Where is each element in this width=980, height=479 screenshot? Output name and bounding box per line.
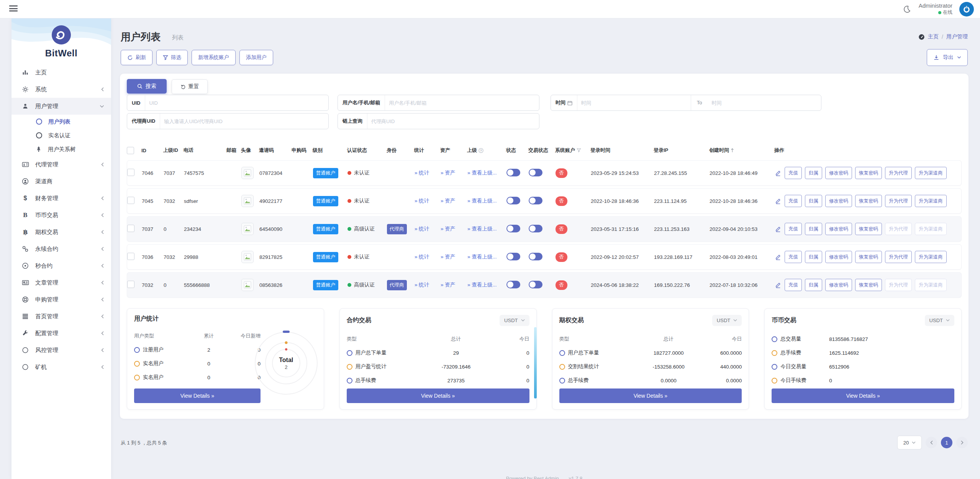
username-input[interactable] (385, 100, 539, 106)
search-button[interactable]: 搜索 (127, 79, 167, 94)
trade-status-toggle[interactable] (529, 197, 542, 204)
assets-link[interactable]: » 资产 (441, 170, 467, 176)
uid-input[interactable] (145, 100, 328, 106)
row-checkbox[interactable] (127, 197, 134, 204)
edit-icon[interactable] (775, 198, 782, 204)
refresh-button[interactable]: 刷新 (121, 50, 152, 65)
action-button-0[interactable]: 充值 (785, 279, 802, 291)
status-toggle[interactable] (506, 225, 520, 232)
agent-uid-input[interactable] (160, 119, 328, 124)
current-page-button[interactable]: 1 (941, 437, 952, 448)
status-toggle[interactable] (506, 281, 520, 288)
chain-query-input[interactable] (367, 119, 539, 124)
add-user-button[interactable]: 添加用户 (239, 50, 273, 65)
action-button-2[interactable]: 修改密码 (825, 251, 852, 263)
status-toggle[interactable] (506, 253, 520, 260)
assets-link[interactable]: » 资产 (441, 281, 467, 288)
action-button-5[interactable]: 升为渠道商 (915, 167, 947, 179)
currency-select[interactable]: USDT (925, 315, 954, 326)
dark-mode-moon-icon[interactable] (902, 4, 912, 14)
view-details-button[interactable]: View Details » (559, 388, 742, 403)
assets-link[interactable]: » 资产 (441, 226, 467, 232)
action-button-0[interactable]: 充值 (785, 223, 802, 235)
stats-link[interactable]: » 统计 (415, 253, 441, 260)
row-checkbox[interactable] (127, 281, 134, 288)
hamburger-menu-icon[interactable] (9, 5, 18, 12)
assets-link[interactable]: » 资产 (441, 198, 467, 204)
avatar-power-icon[interactable] (959, 2, 974, 16)
sidebar-item-8[interactable]: 永续合约 (11, 240, 111, 257)
action-button-2[interactable]: 修改密码 (825, 279, 852, 291)
action-button-4[interactable]: 升为代理 (885, 251, 912, 263)
status-toggle[interactable] (506, 169, 520, 176)
view-details-button[interactable]: View Details » (134, 388, 261, 403)
action-button-1[interactable]: 归属 (805, 279, 822, 291)
action-button-3[interactable]: 恢复密码 (855, 195, 882, 207)
view-parent-link[interactable]: » 查看上级... (467, 253, 506, 260)
sidebar-item-2[interactable]: 用户管理 (11, 98, 111, 115)
time-to-input[interactable] (708, 100, 821, 106)
view-parent-link[interactable]: » 查看上级... (467, 281, 506, 288)
action-button-1[interactable]: 归属 (805, 223, 822, 235)
action-button-5[interactable]: 升为渠道商 (915, 195, 947, 207)
export-button[interactable]: 导出 (927, 49, 968, 66)
view-details-button[interactable]: View Details » (347, 388, 529, 403)
edit-icon[interactable] (775, 170, 782, 176)
view-parent-link[interactable]: » 查看上级... (467, 170, 506, 176)
sidebar-item-13[interactable]: 配置管理 (11, 325, 111, 342)
stats-link[interactable]: » 统计 (415, 226, 441, 232)
assets-link[interactable]: » 资产 (441, 253, 467, 260)
row-checkbox[interactable] (127, 169, 134, 176)
filter-button[interactable]: 筛选 (156, 50, 188, 65)
view-parent-link[interactable]: » 查看上级... (467, 198, 506, 204)
sidebar-item-15[interactable]: 矿机 (11, 359, 111, 375)
sidebar-item-4[interactable]: 渠道商 (11, 173, 111, 190)
stats-link[interactable]: » 统计 (415, 281, 441, 288)
trade-status-toggle[interactable] (529, 169, 542, 176)
edit-icon[interactable] (775, 253, 782, 260)
action-button-4[interactable]: 升为代理 (885, 195, 912, 207)
trade-status-toggle[interactable] (529, 253, 542, 260)
sidebar-item-7[interactable]: ฿期权交易 (11, 224, 111, 240)
breadcrumb-home[interactable]: 主页 (928, 33, 939, 40)
action-button-2[interactable]: 修改密码 (825, 167, 852, 179)
action-button-3[interactable]: 恢复密码 (855, 167, 882, 179)
sidebar-item-10[interactable]: 文章管理 (11, 274, 111, 291)
action-button-1[interactable]: 归属 (805, 251, 822, 263)
trade-status-toggle[interactable] (529, 281, 542, 288)
currency-select[interactable]: USDT (500, 315, 529, 326)
sidebar-item-1[interactable]: 系统 (11, 81, 111, 98)
sidebar-item-14[interactable]: 风控管理 (11, 342, 111, 359)
view-parent-link[interactable]: » 查看上级... (467, 226, 506, 232)
sidebar-item-0[interactable]: 主页 (11, 64, 111, 81)
action-button-0[interactable]: 充值 (785, 251, 802, 263)
sidebar-subitem-2[interactable]: 用户关系树 (11, 142, 111, 156)
action-button-0[interactable]: 充值 (785, 195, 802, 207)
sidebar-item-9[interactable]: 秒合约 (11, 257, 111, 274)
page-size-select[interactable]: 20 (897, 436, 922, 449)
currency-select[interactable]: USDT (712, 315, 742, 326)
action-button-0[interactable]: 充值 (785, 167, 802, 179)
sidebar-subitem-0[interactable]: 用户列表 (11, 115, 111, 128)
row-checkbox[interactable] (127, 253, 134, 260)
add-system-account-button[interactable]: 新增系统账户 (192, 50, 236, 65)
action-button-1[interactable]: 归属 (805, 195, 822, 207)
time-from-input[interactable] (577, 100, 691, 106)
next-page-button[interactable] (956, 437, 968, 448)
action-button-3[interactable]: 恢复密码 (855, 279, 882, 291)
powered-by[interactable]: Powered by Best Admin (506, 476, 559, 479)
action-button-1[interactable]: 归属 (805, 167, 822, 179)
prev-page-button[interactable] (926, 437, 937, 448)
action-button-2[interactable]: 修改密码 (825, 223, 852, 235)
action-button-5[interactable]: 升为渠道商 (915, 251, 947, 263)
view-details-button[interactable]: View Details » (772, 388, 954, 403)
sidebar-item-11[interactable]: 申购管理 (11, 291, 111, 308)
action-button-4[interactable]: 升为代理 (885, 167, 912, 179)
stats-link[interactable]: » 统计 (415, 170, 441, 176)
sidebar-item-12[interactable]: 首页管理 (11, 308, 111, 325)
status-toggle[interactable] (506, 197, 520, 204)
select-all-checkbox[interactable] (127, 147, 134, 154)
trade-status-toggle[interactable] (529, 225, 542, 232)
action-button-3[interactable]: 恢复密码 (855, 223, 882, 235)
sidebar-subitem-1[interactable]: 实名认证 (11, 128, 111, 142)
